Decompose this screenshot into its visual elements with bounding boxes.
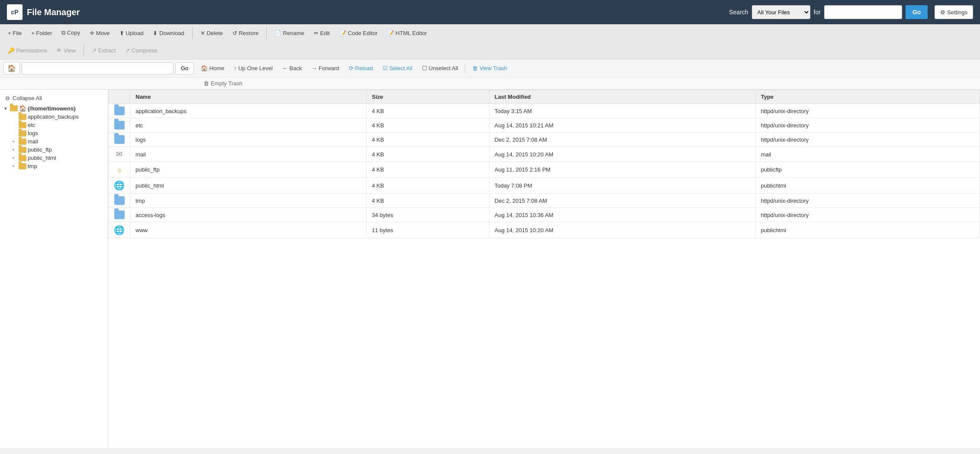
rename-button[interactable]: 📄 Rename [270,28,309,38]
home-button[interactable]: 🏠 [3,62,20,75]
folder-icon [19,114,26,120]
file-size-cell: 11 bytes [367,222,490,238]
file-size-cell: 4 KB [367,162,490,178]
file-table: Name Size Last Modified Type application… [108,90,980,238]
view-button[interactable]: 👁 View [52,45,80,55]
file-icon-cell [109,118,130,133]
file-name-cell[interactable]: logs [130,133,367,147]
file-name-cell[interactable]: public_ftp [130,162,367,178]
toolbar-separator-1 [192,27,193,39]
file-name-cell[interactable]: application_backups [130,104,367,118]
folder-icon [114,196,125,205]
file-name-cell[interactable]: etc [130,118,367,133]
code-editor-button[interactable]: 📝 Code Editor [335,28,382,38]
edit-button[interactable]: ✏ Edit [309,28,334,38]
file-modified-cell: Aug 14, 2015 10:36 AM [489,208,755,222]
collapse-all-button[interactable]: ⊖ Collapse All [0,93,108,103]
copy-button[interactable]: ⧉ Copy [57,28,84,38]
file-modified-cell: Today 3:15 AM [489,104,755,118]
compress-button[interactable]: ↗ Compress [121,45,161,55]
home-nav-button[interactable]: 🏠 Home [197,63,229,73]
root-home-icon: 🏠 [19,105,26,112]
path-go-button[interactable]: Go [175,62,194,75]
file-area: Name Size Last Modified Type application… [108,90,980,448]
app-title: File Manager [27,7,80,17]
toolbar: + File + Folder ⧉ Copy ✛ Move ⬆ Upload ⬇… [0,24,980,59]
file-icon-cell: ✉ [109,147,130,162]
upload-button[interactable]: ⬆ Upload [115,28,148,38]
extract-button[interactable]: ↗ Extract [87,45,120,55]
search-go-button[interactable]: Go [906,5,928,19]
new-folder-button[interactable]: + Folder [27,28,56,38]
move-button[interactable]: ✛ Move [85,28,114,38]
download-button[interactable]: ⬇ Download [148,28,188,38]
table-row[interactable]: etc4 KBAug 14, 2015 10:21 AMhttpd/unix-d… [109,118,980,133]
folder-icon [19,130,26,136]
empty-trash-button[interactable]: 🗑 Empty Trash [203,80,242,87]
sidebar-item-etc[interactable]: etc [9,121,108,129]
empty-trash-label: Empty Trash [211,80,242,87]
tree-root-node[interactable]: ▼ 🏠 (/home/timowens) [0,104,108,113]
file-icon-cell: ⬦ [109,162,130,178]
sidebar-item-application-backups[interactable]: application_backups [9,113,108,121]
settings-button[interactable]: ⚙ Settings [935,5,973,19]
table-row[interactable]: logs4 KBDec 2, 2015 7:08 AMhttpd/unix-di… [109,133,980,147]
unselect-all-button[interactable]: ☐ Unselect All [418,63,463,73]
file-size-cell: 4 KB [367,104,490,118]
delete-button[interactable]: ✕ Delete [196,28,227,38]
view-trash-button[interactable]: 🗑 View Trash [468,63,512,73]
file-name-cell[interactable]: www [130,222,367,238]
sidebar-item-tmp[interactable]: + tmp [9,162,108,170]
path-input[interactable] [22,62,174,75]
file-name-cell[interactable]: public_html [130,178,367,194]
col-name[interactable]: Name [130,90,367,104]
file-modified-cell: Aug 14, 2015 10:20 AM [489,222,755,238]
nav-actions: 🏠 Home ↑ Up One Level ← Back → Forward ⟳… [197,63,977,74]
search-scope-select[interactable]: All Your Files Public Web Root Home Dire… [752,5,810,19]
table-row[interactable]: ⬦public_ftp4 KBAug 11, 2015 2:16 PMpubli… [109,162,980,178]
html-editor-button[interactable]: 📝 HTML Editor [383,28,431,38]
sidebar-item-public-html[interactable]: + public_html [9,154,108,162]
folder-icon [114,121,125,130]
table-row[interactable]: 🌐www11 bytesAug 14, 2015 10:20 AMpublich… [109,222,980,238]
forward-button[interactable]: → Forward [307,63,343,73]
restore-button[interactable]: ↺ Restore [228,28,263,38]
folder-icon [19,122,26,128]
up-one-level-button[interactable]: ↑ Up One Level [229,63,277,73]
file-table-body: application_backups4 KBToday 3:15 AMhttp… [109,104,980,238]
file-type-cell: httpd/unix-directory [755,194,980,208]
file-icon-cell [109,194,130,208]
folder-icon [114,211,125,219]
table-row[interactable]: ✉mail4 KBAug 14, 2015 10:20 AMmail [109,147,980,162]
file-type-cell: publichtml [755,222,980,238]
file-icon-cell [109,133,130,147]
toolbar-row-2: 🔑 Permissions 👁 View ↗ Extract ↗ Compres… [3,42,977,59]
sidebar-item-logs[interactable]: logs [9,129,108,137]
file-icon-cell: 🌐 [109,222,130,238]
col-type[interactable]: Type [755,90,980,104]
sidebar-item-public-ftp[interactable]: + public_ftp [9,146,108,154]
col-size[interactable]: Size [367,90,490,104]
permissions-button[interactable]: 🔑 Permissions [3,45,51,55]
file-type-cell: publichtml [755,178,980,194]
navigation-bar: 🏠 Go 🏠 Home ↑ Up One Level ← Back → Forw… [0,59,980,78]
table-row[interactable]: 🌐public_html4 KBToday 7:08 PMpublichtml [109,178,980,194]
col-modified[interactable]: Last Modified [489,90,755,104]
table-row[interactable]: access-logs34 bytesAug 14, 2015 10:36 AM… [109,208,980,222]
table-row[interactable]: application_backups4 KBToday 3:15 AMhttp… [109,104,980,118]
file-name-cell[interactable]: access-logs [130,208,367,222]
back-button[interactable]: ← Back [278,63,306,73]
toolbar-separator-2 [266,27,267,39]
file-size-cell: 4 KB [367,118,490,133]
select-all-button[interactable]: ☑ Select All [378,63,417,73]
file-name-cell[interactable]: mail [130,147,367,162]
search-label: Search [729,9,748,16]
table-row[interactable]: tmp4 KBDec 2, 2015 7:08 AMhttpd/unix-dir… [109,194,980,208]
main-layout: ⊖ Collapse All ▼ 🏠 (/home/timowens) appl… [0,90,980,448]
reload-button[interactable]: ⟳ Reload [345,63,377,73]
file-type-cell: mail [755,147,980,162]
sidebar-item-mail[interactable]: + mail [9,137,108,146]
search-input[interactable] [824,5,902,19]
file-name-cell[interactable]: tmp [130,194,367,208]
new-file-button[interactable]: + File [3,28,26,38]
